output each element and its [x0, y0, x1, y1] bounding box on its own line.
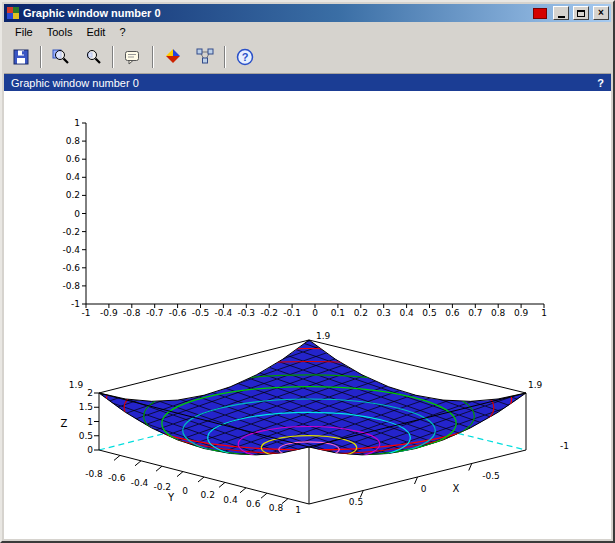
infobar-title: Graphic window number 0 [11, 77, 597, 89]
titlebar[interactable]: Graphic window number 0 × [4, 4, 611, 22]
graphics-canvas[interactable]: Z Y X 1.9 1.9 1.9 -1 1 10.80.60.40.20-0.… [4, 91, 611, 539]
menu-help[interactable]: ? [112, 24, 132, 40]
surface-mesh [99, 340, 526, 455]
maximize-button[interactable] [573, 6, 589, 20]
zoom-out-button[interactable] [80, 44, 106, 70]
help-button[interactable]: ? [232, 44, 258, 70]
infobar-help-icon[interactable]: ? [597, 77, 604, 89]
minimize-button[interactable] [553, 6, 569, 20]
save-icon [11, 47, 31, 67]
pan-icon [123, 47, 143, 67]
menu-file[interactable]: File [8, 24, 40, 40]
toolbar-separator [152, 46, 154, 68]
toolbar-separator [224, 46, 226, 68]
help-icon: ? [235, 47, 255, 67]
rotate-3d-button[interactable] [160, 44, 186, 70]
export-button[interactable] [8, 44, 34, 70]
minimize-icon [558, 16, 565, 18]
window-title: Graphic window number 0 [23, 7, 530, 19]
help-glyph: ? [242, 51, 249, 63]
zoom-in-button[interactable] [48, 44, 74, 70]
zoom-out-icon [83, 47, 103, 67]
toolbar-separator [112, 46, 114, 68]
maximize-icon [577, 10, 585, 17]
app-icon [6, 6, 20, 20]
close-icon: × [598, 8, 604, 18]
toolbar-separator [40, 46, 42, 68]
menu-tools[interactable]: Tools [40, 24, 80, 40]
graph-editor-icon [195, 47, 215, 67]
graph-editor-button[interactable] [192, 44, 218, 70]
pan-button[interactable] [120, 44, 146, 70]
plot-graphics [4, 91, 611, 539]
red-indicator [533, 8, 547, 19]
close-button[interactable]: × [593, 6, 609, 20]
zoom-in-icon [51, 47, 71, 67]
menubar: File Tools Edit ? [4, 22, 611, 41]
infobar: Graphic window number 0 ? [4, 74, 611, 91]
rotate-3d-icon [163, 47, 183, 67]
menu-edit[interactable]: Edit [79, 24, 112, 40]
axes-2d [86, 123, 544, 304]
toolbar: ? [4, 41, 611, 74]
graphic-window: Graphic window number 0 × File Tools Edi… [0, 0, 615, 543]
